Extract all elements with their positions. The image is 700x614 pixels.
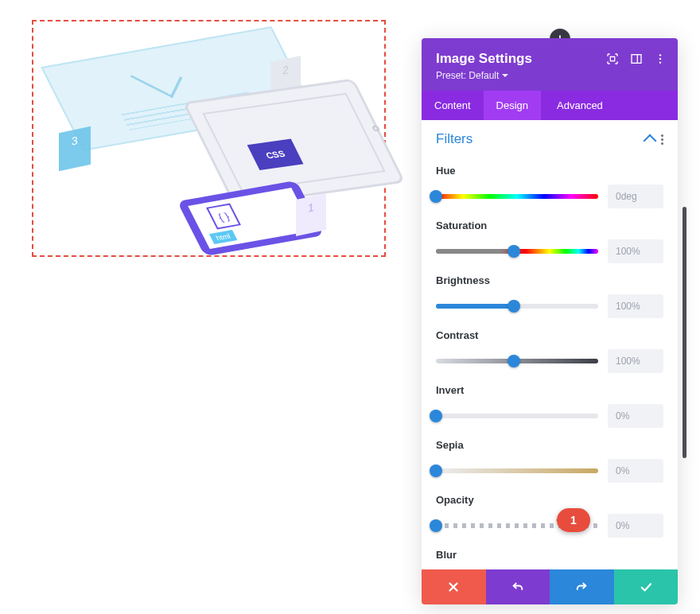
slider-blur-label: Blur [436,549,663,561]
slider-invert-label: Invert [436,384,663,396]
slider-sepia-track[interactable] [436,468,598,473]
preset-label: Preset: Default [436,70,499,81]
svg-rect-1 [632,55,641,64]
tab-content[interactable]: Content [422,91,484,120]
section-more-icon[interactable] [661,134,663,145]
tab-advanced[interactable]: Advanced [544,91,616,120]
panel-header: Image Settings Preset: Default [422,38,678,91]
settings-panel: Image Settings Preset: Default Content D… [422,38,678,604]
slider-brightness-fill [436,304,514,309]
undo-button[interactable] [486,569,550,604]
slider-contrast: Contrast 100% [436,329,663,373]
slider-brightness-label: Brightness [436,274,663,286]
slider-opacity-label: Opacity [436,494,663,506]
slider-opacity-thumb[interactable] [430,519,442,532]
panel-footer [422,569,678,604]
slider-contrast-thumb[interactable] [508,355,520,367]
svg-point-4 [659,58,661,60]
slider-saturation-track[interactable] [436,249,598,254]
slider-brightness: Brightness 100% [436,274,663,318]
slider-sepia-label: Sepia [436,439,663,451]
chevron-up-icon[interactable] [644,134,657,148]
slider-saturation-value[interactable]: 100% [608,239,663,263]
slider-hue-track[interactable] [436,194,598,199]
close-icon [446,580,461,594]
slider-invert-track[interactable] [436,414,598,418]
page-scrollbar[interactable] [682,207,686,458]
check-icon [639,580,653,594]
section-title: Filters [436,131,472,147]
slider-hue-thumb[interactable] [430,190,442,203]
slider-saturation-label: Saturation [436,220,663,231]
slider-saturation-thumb[interactable] [508,245,520,258]
slider-invert-value[interactable]: 0% [608,404,663,428]
slider-invert: Invert 0% [436,384,663,428]
slider-opacity-value[interactable]: 0% [608,514,663,538]
panel-layout-icon[interactable] [630,52,643,65]
slider-brightness-track[interactable] [436,304,598,309]
slider-contrast-label: Contrast [436,329,663,341]
svg-rect-0 [610,56,614,60]
undo-icon [511,580,525,594]
slider-sepia-value[interactable]: 0% [608,459,663,483]
slider-sepia-thumb[interactable] [430,464,442,477]
panel-tabs: Content Design Advanced [422,91,678,120]
preview-illustration: 2 CSS 3 html { } 1 [48,31,374,250]
slider-sepia: Sepia 0% [436,439,663,483]
slider-hue-label: Hue [436,165,663,177]
more-icon[interactable] [654,52,667,65]
slider-contrast-value[interactable]: 100% [608,349,663,373]
svg-point-5 [659,61,661,63]
slider-hue-value[interactable]: 0deg [608,185,663,208]
slider-contrast-track[interactable] [436,359,598,363]
filters-section: Hue 0deg Saturation 100% Brightness [422,152,678,569]
section-filters-header[interactable]: Filters [422,120,678,152]
slider-brightness-thumb[interactable] [508,300,520,313]
slider-blur: Blur 0px [436,549,663,569]
redo-button[interactable] [550,569,614,604]
preview-selection-box: 2 CSS 3 html { } 1 [32,20,386,257]
slider-saturation: Saturation 100% [436,220,663,263]
illustration-card-1: 1 [296,193,326,236]
slider-hue: Hue 0deg [436,165,663,208]
expand-icon[interactable] [606,52,619,65]
slider-invert-thumb[interactable] [430,410,442,422]
save-button[interactable] [614,569,679,604]
tab-design[interactable]: Design [484,91,541,120]
illustration-card-3: 3 [59,126,91,172]
cancel-button[interactable] [422,569,486,604]
slider-brightness-value[interactable]: 100% [608,294,663,318]
svg-point-3 [659,54,661,56]
slider-opacity: Opacity 0% 1 [436,494,663,538]
callout-marker-1: 1 [557,508,590,532]
redo-icon [574,580,589,594]
preset-dropdown[interactable]: Preset: Default [436,70,663,81]
